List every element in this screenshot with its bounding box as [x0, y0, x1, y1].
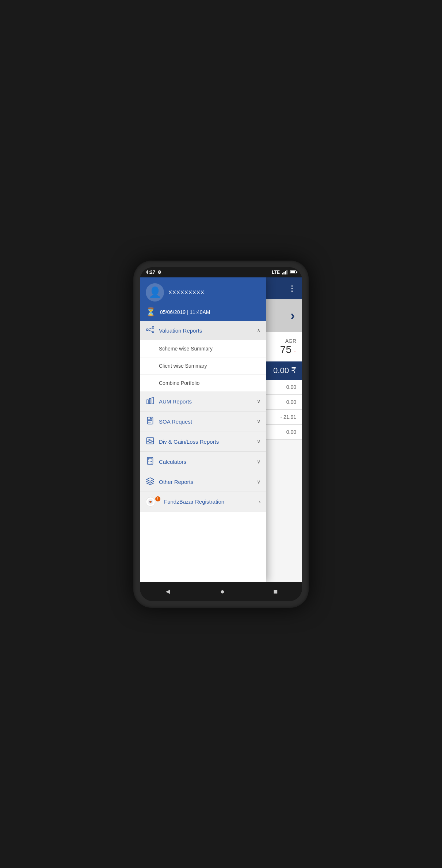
fundzbar-label: FundzBazar Registration [164, 499, 259, 505]
avatar: 👤 [146, 283, 164, 302]
svg-line-4 [148, 330, 152, 331]
drawer-datetime-row: ⏳ 05/06/2019 | 11:40AM [146, 307, 260, 317]
svg-rect-5 [147, 400, 148, 404]
svg-point-1 [152, 326, 154, 328]
div-gain-loss-chevron: ∨ [257, 439, 260, 444]
network-icon [146, 326, 155, 335]
fundzbar-badge: ! [155, 496, 160, 501]
menu-item-aum-reports[interactable]: AUM Reports ∨ [140, 392, 266, 412]
menu-item-fundzbar[interactable]: ! FundzBazar Registration › [140, 492, 266, 512]
calculators-label: Calculators [159, 459, 257, 465]
content-area: ⋮ › AGR 75 ↓ [140, 277, 302, 582]
svg-point-0 [146, 329, 148, 330]
battery-icon [290, 270, 296, 274]
calculators-chevron: ∨ [257, 459, 260, 465]
signal-bar-3 [285, 271, 286, 274]
signal-bar-2 [283, 272, 285, 274]
svg-point-16 [149, 463, 149, 463]
bottom-navigation: ◄ ● ■ [140, 582, 302, 601]
svg-rect-6 [149, 398, 151, 404]
svg-point-18 [151, 463, 152, 463]
svg-point-17 [150, 463, 150, 463]
status-bar: 4:27 ⚙ LTE [140, 267, 302, 277]
svg-rect-7 [152, 397, 153, 404]
agr-number: 75 [280, 344, 292, 356]
soa-request-label: SOA Request [159, 418, 257, 425]
phone-frame: 4:27 ⚙ LTE [133, 261, 309, 608]
home-button[interactable]: ● [213, 584, 232, 599]
valuation-reports-label: Valuation Reports [159, 327, 257, 334]
next-arrow-icon[interactable]: › [290, 308, 295, 323]
svg-point-13 [149, 461, 149, 462]
layers-icon [146, 477, 155, 486]
aum-reports-label: AUM Reports [159, 398, 257, 405]
menu-item-calculators[interactable]: Calculators ∨ [140, 452, 266, 472]
drawer-header: 👤 XXXXXXXXX ⏳ 05/06/2019 | 11:40AM [140, 277, 266, 321]
other-reports-chevron: ∨ [257, 479, 260, 485]
sub-item-client-wise-summary[interactable]: Client wise Summary [140, 357, 266, 375]
sub-item-scheme-wise-summary[interactable]: Scheme wise Summary [140, 340, 266, 357]
drawer-user-row: 👤 XXXXXXXXX [146, 283, 260, 302]
user-avatar-icon: 👤 [149, 286, 161, 298]
phone-screen: 4:27 ⚙ LTE [140, 267, 302, 601]
sub-item-combine-portfolio[interactable]: Combine Portfolio [140, 375, 266, 392]
other-reports-label: Other Reports [159, 479, 257, 485]
client-wise-summary-label: Client wise Summary [159, 363, 207, 369]
username-display: XXXXXXXXX [168, 289, 205, 295]
menu-item-div-gain-loss[interactable]: Div & Gain/Loss Reports ∨ [140, 432, 266, 452]
three-dots-menu[interactable]: ⋮ [288, 284, 296, 293]
svg-point-20 [150, 501, 152, 503]
hourglass-icon: ⏳ [146, 307, 156, 317]
agr-value-row: 75 ↓ [280, 344, 296, 356]
status-right-area: LTE [272, 270, 296, 275]
bar-chart-icon [146, 397, 155, 406]
calculator-icon [146, 457, 155, 467]
svg-line-3 [148, 328, 152, 329]
signal-bar-4 [286, 270, 287, 274]
screen-content: 4:27 ⚙ LTE [140, 267, 302, 601]
svg-point-15 [151, 461, 152, 462]
signal-bars [282, 270, 287, 274]
back-button[interactable]: ◄ [157, 584, 179, 599]
svg-rect-12 [148, 458, 152, 460]
soa-request-chevron: ∨ [257, 418, 260, 424]
signal-bar-1 [282, 273, 283, 274]
balance-value: 0.00 ₹ [273, 366, 296, 375]
fundzbar-icon-wrapper [146, 497, 155, 507]
time-display: 4:27 [146, 269, 155, 275]
agr-label: AGR [285, 338, 296, 344]
navigation-drawer: 👤 XXXXXXXXX ⏳ 05/06/2019 | 11:40AM [140, 277, 266, 582]
fundzbar-chevron: › [259, 499, 261, 505]
agr-down-arrow: ↓ [294, 347, 296, 353]
aum-reports-chevron: ∨ [257, 398, 260, 404]
menu-item-valuation-reports[interactable]: Valuation Reports ∧ [140, 321, 266, 340]
status-time-area: 4:27 ⚙ [146, 269, 161, 275]
file-icon [146, 417, 155, 427]
datetime-display: 05/06/2019 | 11:40AM [160, 309, 210, 315]
lte-label: LTE [272, 270, 280, 275]
recent-apps-button[interactable]: ■ [266, 584, 285, 599]
menu-item-soa-request[interactable]: SOA Request ∨ [140, 412, 266, 432]
settings-gear-icon: ⚙ [157, 270, 161, 275]
div-gain-loss-label: Div & Gain/Loss Reports [159, 439, 257, 445]
svg-point-14 [150, 461, 150, 462]
battery-fill [290, 271, 295, 273]
valuation-reports-chevron: ∧ [257, 327, 260, 333]
drawer-menu[interactable]: Valuation Reports ∧ Scheme wise Summary … [140, 321, 266, 582]
svg-point-2 [152, 331, 154, 333]
fundzbar-icon-container: ! [146, 497, 160, 507]
combine-portfolio-label: Combine Portfolio [159, 380, 199, 386]
scheme-wise-summary-label: Scheme wise Summary [159, 346, 213, 352]
inbox-icon [146, 437, 155, 446]
menu-item-other-reports[interactable]: Other Reports ∨ [140, 472, 266, 492]
